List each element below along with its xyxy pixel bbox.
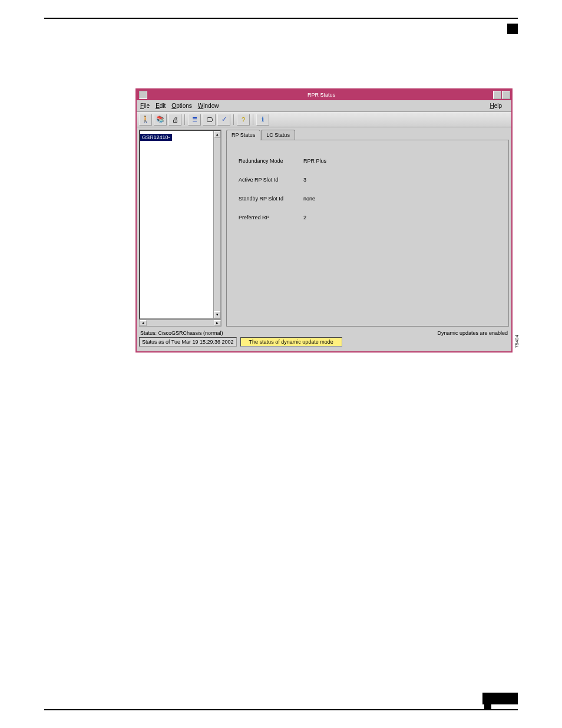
check-icon[interactable]: ✓ (217, 114, 230, 126)
system-menu-icon[interactable] (139, 91, 147, 99)
list-icon[interactable]: ≣ (188, 114, 201, 126)
info-icon[interactable]: ℹ (256, 114, 269, 126)
toolbar-separator (253, 114, 253, 125)
screen-icon[interactable]: 🖵 (203, 114, 216, 126)
status-area: Status: CiscoGSRChassis (normal) Dynamic… (137, 329, 511, 351)
toolbar: 🚶 📚 🖨 ≣ 🖵 ✓ ? ℹ (137, 112, 511, 127)
status-tooltip: The status of dynamic update mode (240, 337, 342, 347)
tab-lc-status[interactable]: LC Status (261, 130, 295, 140)
page-corner-decoration (507, 24, 518, 34)
tab-body: Redundancy Mode RPR Plus Active RP Slot … (226, 140, 509, 327)
scroll-up-icon[interactable]: ▴ (214, 131, 220, 138)
status-chassis: Status: CiscoGSRChassis (normal) (140, 330, 223, 336)
status-line: Status: CiscoGSRChassis (normal) Dynamic… (139, 329, 509, 337)
menu-window[interactable]: Window (198, 103, 219, 109)
body-area: GSR12410- ▴ ▾ ◂ ▸ RP Status LC Status Re… (137, 127, 511, 329)
figure-id: 75404 (514, 335, 520, 348)
field-active-rp: Active RP Slot Id 3 (239, 177, 497, 183)
page-corner-decoration (484, 702, 491, 709)
exit-icon[interactable]: 🚶 (139, 114, 152, 126)
content-panel: RP Status LC Status Redundancy Mode RPR … (226, 130, 509, 327)
status-timestamp: Status as of Tue Mar 19 15:29:36 2002 (139, 337, 237, 347)
menu-edit[interactable]: Edit (156, 103, 166, 109)
menu-options[interactable]: Options (171, 103, 191, 109)
status-line: Status as of Tue Mar 19 15:29:36 2002 Th… (139, 337, 509, 347)
scroll-down-icon[interactable]: ▾ (214, 311, 220, 318)
field-label: Redundancy Mode (239, 158, 303, 164)
field-value: 3 (303, 177, 306, 183)
status-dynamic-updates: Dynamic updates are enabled (437, 330, 508, 336)
rpr-status-window: RPR Status File Edit Options Window Help… (135, 88, 513, 353)
scroll-left-icon[interactable]: ◂ (140, 320, 147, 326)
field-value: RPR Plus (303, 158, 326, 164)
horizontal-scrollbar[interactable]: ◂ ▸ (139, 319, 222, 327)
minimize-button[interactable] (493, 91, 501, 99)
window-title: RPR Status (150, 92, 493, 98)
tab-rp-status[interactable]: RP Status (226, 130, 260, 140)
toolbar-separator (233, 114, 234, 125)
field-label: Active RP Slot Id (239, 177, 303, 183)
tree-list[interactable]: GSR12410- ▴ ▾ (139, 130, 222, 319)
tree-item-gsr[interactable]: GSR12410- (140, 134, 172, 141)
maximize-button[interactable] (502, 91, 510, 99)
tree-panel: GSR12410- ▴ ▾ ◂ ▸ (139, 130, 222, 327)
vertical-scrollbar[interactable]: ▴ ▾ (213, 131, 220, 318)
field-standby-rp: Standby RP Slot Id none (239, 196, 497, 202)
field-label: Standby RP Slot Id (239, 196, 303, 202)
menu-help[interactable]: Help (490, 103, 502, 109)
titlebar-buttons (493, 91, 510, 99)
field-preferred-rp: Preferred RP 2 (239, 215, 497, 220)
field-value: none (303, 196, 315, 202)
help-icon[interactable]: ? (237, 114, 250, 126)
toolbar-separator (184, 114, 185, 125)
menubar: File Edit Options Window Help (137, 100, 511, 112)
scroll-right-icon[interactable]: ▸ (214, 320, 221, 326)
tab-strip: RP Status LC Status (226, 130, 509, 140)
field-label: Preferred RP (239, 215, 303, 220)
field-redundancy-mode: Redundancy Mode RPR Plus (239, 158, 497, 164)
field-value: 2 (303, 215, 306, 220)
print-icon[interactable]: 🖨 (168, 114, 181, 126)
books-icon[interactable]: 📚 (154, 114, 167, 126)
titlebar: RPR Status (137, 90, 511, 100)
menu-file[interactable]: File (140, 103, 150, 109)
